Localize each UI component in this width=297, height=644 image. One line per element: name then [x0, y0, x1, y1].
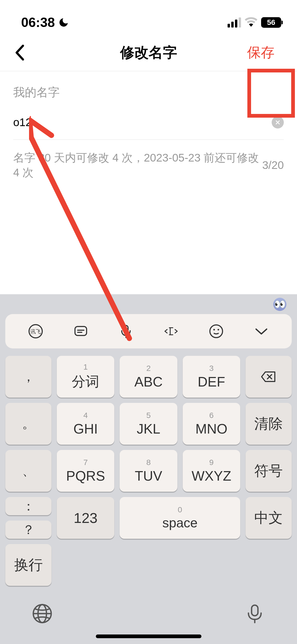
key-123[interactable]: 123: [57, 497, 114, 539]
keyboard: 👀 讯飞: [0, 294, 297, 644]
status-time-section: 06:38: [21, 15, 69, 30]
wifi-icon: [245, 17, 257, 28]
character-counter: 3/20: [262, 159, 284, 172]
globe-icon[interactable]: [32, 603, 53, 624]
keyboard-toolbar: 讯飞: [5, 314, 292, 348]
key-return[interactable]: 换行: [5, 544, 51, 586]
navigation-bar: 修改名字 保存: [0, 34, 297, 71]
save-button[interactable]: 保存: [239, 38, 282, 67]
status-bar: 06:38 56: [0, 0, 297, 34]
key-4-ghi[interactable]: 4 GHI: [57, 403, 114, 445]
key-1-fenci[interactable]: 1 分词: [57, 356, 114, 398]
punct-column: ： ？: [5, 497, 51, 539]
key-7-pqrs[interactable]: 7 PQRS: [57, 450, 114, 492]
keyboard-header: 👀: [0, 294, 297, 314]
key-chinese[interactable]: 中文: [246, 497, 292, 539]
xunfei-icon[interactable]: 讯飞: [28, 323, 44, 339]
key-5-jkl[interactable]: 5 JKL: [120, 403, 177, 445]
key-period[interactable]: 。: [5, 403, 51, 445]
cellular-signal-icon: [228, 17, 241, 27]
keyboard-keys: ， 1 分词 2 ABC 3 DEF 。 4 GHI 5 JKL: [0, 348, 297, 591]
key-delete[interactable]: [246, 356, 292, 398]
svg-rect-13: [252, 605, 258, 616]
svg-point-9: [218, 329, 219, 330]
microphone-footer-icon[interactable]: [244, 603, 265, 624]
name-input[interactable]: o12: [13, 116, 29, 129]
keyboard-avatar-icon[interactable]: 👀: [273, 298, 286, 311]
message-icon[interactable]: [73, 323, 89, 339]
key-8-tuv[interactable]: 8 TUV: [120, 450, 177, 492]
clock-time: 06:38: [21, 15, 55, 30]
key-2-abc[interactable]: 2 ABC: [120, 356, 177, 398]
back-button[interactable]: [15, 45, 30, 61]
microphone-icon[interactable]: [118, 323, 134, 339]
delete-icon: [261, 371, 276, 383]
svg-rect-5: [124, 325, 128, 333]
field-label: 我的名字: [13, 85, 284, 100]
svg-point-8: [213, 329, 215, 330]
name-input-wrapper[interactable]: o12: [13, 116, 33, 129]
svg-point-7: [210, 325, 223, 338]
battery-level: 56: [267, 18, 275, 27]
save-button-highlight-annotation: [247, 69, 295, 118]
key-symbols[interactable]: 符号: [246, 450, 292, 492]
info-row: 名字 30 天内可修改 4 次，2023-05-23 前还可修改 4 次 3/2…: [13, 150, 284, 180]
key-space[interactable]: 0 space: [120, 497, 240, 539]
key-question[interactable]: ？: [5, 521, 51, 539]
cursor-move-icon[interactable]: [163, 323, 179, 339]
key-3-def[interactable]: 3 DEF: [183, 356, 240, 398]
home-indicator[interactable]: [96, 634, 201, 638]
svg-rect-2: [75, 326, 87, 335]
input-row: o12: [13, 116, 284, 140]
key-6-mno[interactable]: 6 MNO: [183, 403, 240, 445]
clear-input-button[interactable]: [272, 116, 284, 128]
key-clear[interactable]: 清除: [246, 403, 292, 445]
status-indicators: 56: [228, 17, 281, 28]
modify-limit-info: 名字 30 天内可修改 4 次，2023-05-23 前还可修改 4 次: [13, 150, 262, 180]
battery-icon: 56: [261, 17, 281, 28]
key-slight-pause[interactable]: 、: [5, 450, 51, 492]
key-9-wxyz[interactable]: 9 WXYZ: [183, 450, 240, 492]
emoji-icon[interactable]: [208, 323, 224, 339]
moon-icon: [58, 17, 69, 28]
key-comma[interactable]: ，: [5, 356, 51, 398]
page-title: 修改名字: [120, 43, 177, 62]
collapse-keyboard-icon[interactable]: [253, 323, 269, 339]
svg-text:讯飞: 讯飞: [30, 329, 41, 334]
key-colon[interactable]: ：: [5, 497, 51, 515]
